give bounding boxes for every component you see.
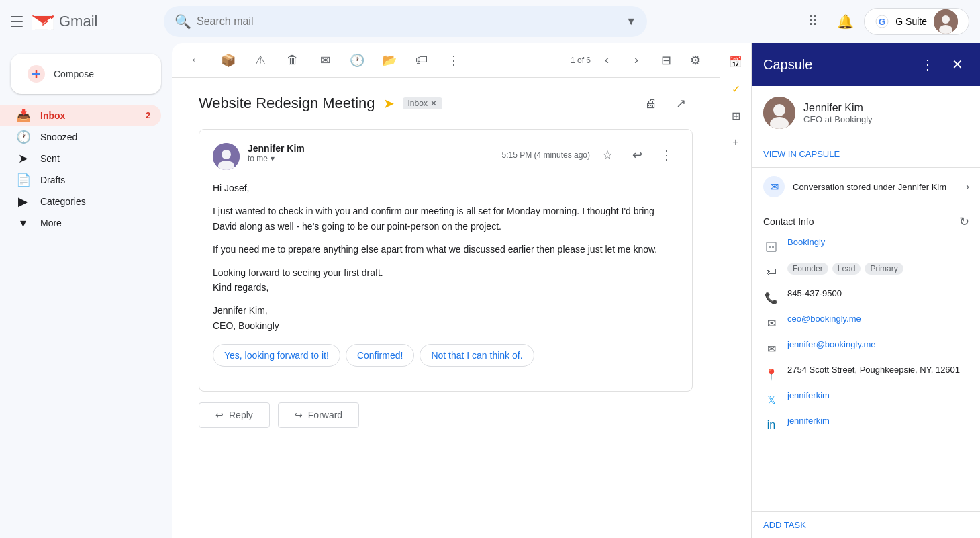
compose-plus-icon (27, 64, 46, 83)
view-in-capsule-link[interactable]: VIEW IN CAPSULE (763, 149, 840, 159)
capsule-close-button[interactable]: ✕ (945, 52, 969, 77)
sender-avatar (213, 143, 240, 170)
move-to-button[interactable]: 📂 (376, 47, 403, 74)
settings-button[interactable]: ⚙ (682, 47, 709, 74)
search-bar[interactable]: 🔍 ▼ (164, 6, 647, 37)
more-options-button[interactable]: ⋮ (440, 47, 467, 74)
main-layout: Compose 📥 Inbox 2 🕐 Snoozed ➤ Sent 📄 Dra… (0, 43, 980, 538)
report-spam-button[interactable]: ⚠ (247, 47, 274, 74)
capsule-calendar-icon[interactable]: 📅 (725, 51, 746, 73)
capsule-title: Capsule (763, 57, 916, 73)
sidebar-more-label: More (40, 218, 62, 228)
capsule-stored-text: Conversation stored under Jennifer Kim (793, 182, 958, 192)
notifications-icon[interactable]: 🔔 (832, 8, 859, 35)
smart-reply-3[interactable]: Not that I can think of. (420, 344, 534, 367)
email-time: 5:15 PM (4 minutes ago) (502, 150, 590, 160)
star-icon[interactable]: ☆ (595, 143, 620, 167)
more-message-options-icon[interactable]: ⋮ (654, 143, 679, 167)
sidebar-item-categories[interactable]: ▶ Categories (0, 191, 161, 212)
company-icon (763, 238, 779, 255)
email-thread: Website Redesign Meeting ➤ Inbox ✕ 🖨 ↗ (172, 78, 720, 538)
print-icon[interactable]: 🖨 (639, 91, 663, 116)
smart-reply-1[interactable]: Yes, looking forward to it! (213, 344, 340, 367)
reading-pane-button[interactable]: ⊟ (652, 47, 679, 74)
email-header-actions: 🖨 ↗ (639, 91, 693, 116)
capsule-add-icon[interactable]: + (725, 132, 746, 153)
svg-point-3 (942, 15, 950, 24)
sender-name: Jennifer Kim (248, 143, 494, 154)
phone-value: 845-437-9500 (787, 288, 842, 298)
topbar: Gmail 🔍 ▼ ⠿ 🔔 G G Suite (0, 0, 980, 43)
contact-info-header: Contact Info ↻ (763, 214, 969, 229)
archive-button[interactable]: 📦 (215, 47, 242, 74)
search-icon: 🔍 (175, 13, 191, 30)
contact-avatar-icon (763, 97, 795, 129)
capsule-grid-icon[interactable]: ⊞ (725, 105, 746, 126)
sidebar-item-snoozed[interactable]: 🕐 Snoozed (0, 126, 161, 148)
email2-value[interactable]: jennifer@bookingly.me (787, 339, 875, 349)
reply-button[interactable]: ↩ Reply (199, 402, 270, 428)
contact-title: CEO at Bookingly (803, 114, 873, 124)
linkedin-value[interactable]: jenniferkim (787, 416, 830, 426)
sidebar-item-inbox[interactable]: 📥 Inbox 2 (0, 105, 161, 126)
email-body-greeting: Hi Josef, (213, 181, 679, 195)
delete-button[interactable]: 🗑 (279, 47, 306, 74)
sender-to[interactable]: to me ▾ (248, 154, 494, 163)
address-value: 2754 Scott Street, Poughkeepsie, NY, 126… (787, 365, 960, 375)
forward-button[interactable]: ↪ Forward (278, 402, 359, 428)
inbox-badge: 2 (146, 111, 150, 120)
reply-inline-icon[interactable]: ↩ (625, 143, 649, 167)
sidebar-inbox-label: Inbox (40, 110, 65, 121)
search-dropdown-icon[interactable]: ▼ (626, 15, 636, 28)
prev-email-button[interactable]: ‹ (593, 47, 620, 74)
capsule-stored-conversation[interactable]: ✉ Conversation stored under Jennifer Kim… (752, 168, 980, 206)
company-value[interactable]: Bookingly (787, 237, 825, 247)
capsule-header: Capsule ⋮ ✕ (752, 43, 980, 86)
sidebar-more[interactable]: ▾ More (0, 212, 161, 234)
inbox-tag: Inbox ✕ (403, 97, 442, 109)
smart-reply-2[interactable]: Confirmed! (346, 344, 414, 367)
capsule-more-options-button[interactable]: ⋮ (916, 52, 940, 77)
twitter-value[interactable]: jenniferkim (787, 390, 830, 400)
app-logo: Gmail (11, 9, 158, 34)
next-email-button[interactable]: › (623, 47, 650, 74)
tag-icon: 🏷 (763, 264, 779, 280)
gsuite-g-icon: G (875, 15, 889, 28)
contact-tags: Founder Lead Primary (787, 263, 903, 275)
importance-icon: ➤ (383, 95, 395, 111)
refresh-button[interactable]: ↻ (959, 214, 969, 229)
mark-unread-button[interactable]: ✉ (311, 47, 338, 74)
contact-address-field: 📍 2754 Scott Street, Poughkeepsie, NY, 1… (763, 365, 969, 382)
label-button[interactable]: 🏷 (408, 47, 435, 74)
compose-label: Compose (54, 69, 94, 79)
search-input[interactable] (197, 15, 620, 28)
add-task-button[interactable]: ADD TASK (752, 511, 980, 538)
reply-arrow-icon: ↩ (215, 410, 224, 420)
gsuite-button[interactable]: G G Suite (864, 8, 969, 35)
svg-point-12 (773, 104, 785, 116)
capsule-panel: Capsule ⋮ ✕ Jennifer Kim CEO at (752, 43, 980, 538)
email-body-para1: I just wanted to check in with you and c… (213, 204, 679, 234)
hamburger-menu[interactable] (11, 13, 27, 30)
capsule-check-icon[interactable]: ✓ (725, 78, 746, 99)
email1-value[interactable]: ceo@bookingly.me (787, 314, 861, 324)
compose-button[interactable]: Compose (11, 54, 161, 94)
inbox-tag-close-icon[interactable]: ✕ (430, 99, 437, 108)
forward-label: Forward (308, 410, 342, 420)
back-button[interactable]: ← (183, 47, 209, 74)
sidebar-item-sent[interactable]: ➤ Sent (0, 148, 161, 169)
smart-replies: Yes, looking forward to it! Confirmed! N… (213, 344, 679, 367)
snooze-button[interactable]: 🕐 (344, 47, 371, 74)
user-avatar[interactable] (934, 9, 958, 34)
twitter-icon: 𝕏 (763, 392, 779, 408)
email-meta-actions: 5:15 PM (4 minutes ago) ☆ ↩ ⋮ (502, 143, 679, 167)
external-link-icon[interactable]: ↗ (669, 91, 693, 116)
tag-lead: Lead (832, 263, 861, 275)
view-in-capsule-section: VIEW IN CAPSULE (752, 140, 980, 168)
apps-icon[interactable]: ⠿ (799, 8, 826, 35)
inbox-icon: 📥 (16, 108, 30, 123)
sidebar-item-drafts[interactable]: 📄 Drafts (0, 169, 161, 191)
drafts-icon: 📄 (16, 173, 30, 187)
tag-primary: Primary (865, 263, 903, 275)
capsule-header-actions: ⋮ ✕ (916, 52, 969, 77)
